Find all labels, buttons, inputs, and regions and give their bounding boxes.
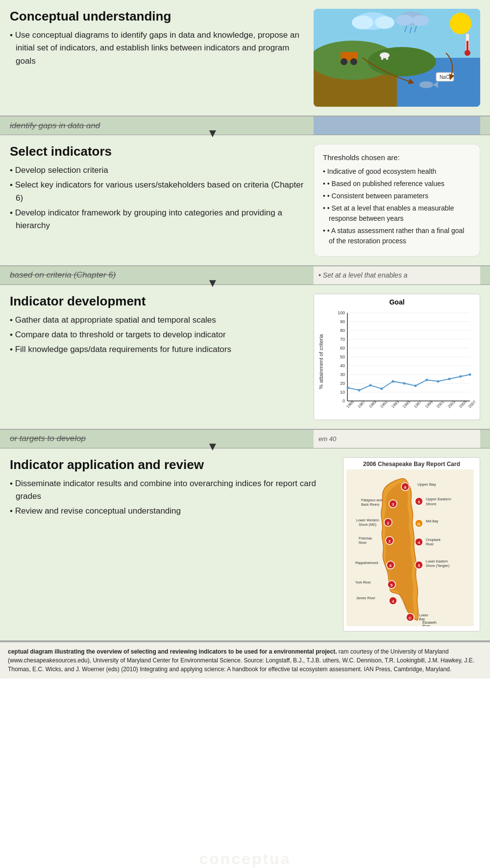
svg-text:3: 3: [392, 502, 394, 507]
arrow-1: ▼: [207, 126, 219, 140]
svg-point-65: [369, 384, 372, 386]
svg-point-74: [469, 373, 471, 375]
svg-text:Elizabeth: Elizabeth: [422, 621, 437, 624]
svg-text:Shore: Shore: [426, 502, 437, 506]
section3-chart: Goal % attainment of criteria 0 10 20 30…: [314, 294, 480, 420]
section2-box-bullet-1: Indicative of good ecosystem health: [323, 166, 471, 177]
section4-map: 2006 Chesapeake Bay Report Card 8 Upper …: [343, 457, 480, 632]
section3-bullet-2: Compare data to threshold or targets to …: [10, 328, 304, 341]
section-indicator-application: ▼ Indicator application and review Disse…: [0, 448, 490, 641]
svg-text:Upper Eastern: Upper Eastern: [426, 497, 451, 501]
svg-text:30: 30: [340, 372, 345, 377]
overlap-strip-3: or targets to develop em 40: [0, 430, 490, 448]
svg-text:C: C: [409, 616, 412, 620]
section4-bullets: Disseminate indicator results and combin…: [10, 477, 333, 518]
svg-text:5: 5: [418, 500, 420, 504]
svg-text:6: 6: [390, 563, 392, 568]
section4-text-block: Indicator application and review Dissemi…: [10, 457, 343, 520]
svg-text:Mid Bay: Mid Bay: [426, 519, 439, 523]
section4-bullet-2: Review and revise conceptual understandi…: [10, 505, 333, 517]
section2-box-bullet-2: • Based on published reference values: [323, 179, 471, 189]
section4-title: Indicator application and review: [10, 457, 333, 472]
svg-point-71: [437, 380, 440, 382]
svg-text:NaCl: NaCl: [440, 74, 450, 80]
section-select-indicators: ▼ Select indicators Develop selection cr…: [0, 135, 490, 266]
section1-bullet-1: Use conceptual diagrams to identify gaps…: [10, 29, 304, 68]
section3-bullet-3: Fill knowledge gaps/data requirements fo…: [10, 343, 304, 356]
section1-bullets: Use conceptual diagrams to identify gaps…: [10, 29, 304, 68]
svg-text:5: 5: [418, 563, 420, 568]
svg-point-23: [465, 50, 470, 56]
section2-text-block: Select indicators Develop selection crit…: [10, 144, 314, 235]
svg-text:Lower Eastern: Lower Eastern: [426, 560, 448, 563]
svg-point-10: [395, 15, 413, 25]
svg-point-69: [415, 384, 417, 387]
svg-text:D: D: [417, 522, 420, 526]
svg-text:50: 50: [340, 354, 345, 359]
section2-box-bullet-5: • A status assessment rather than a fina…: [323, 226, 471, 246]
svg-text:70: 70: [340, 337, 345, 342]
section2-bullet-2: Select key indicators for various users/…: [10, 179, 304, 205]
section2-box-intro: Thresholds chosen are:: [323, 152, 471, 164]
section2-title: Select indicators: [10, 144, 304, 159]
svg-text:Shore (Tangier): Shore (Tangier): [426, 564, 449, 568]
section2-box-bullet-3: • Consistent between parameters: [323, 191, 471, 201]
overlap1-left: identify gaps in data and: [10, 121, 314, 131]
svg-text:2: 2: [389, 539, 391, 543]
svg-text:10: 10: [340, 390, 345, 395]
svg-point-11: [412, 15, 429, 26]
svg-text:Upper Bay: Upper Bay: [417, 482, 436, 487]
svg-point-67: [392, 380, 394, 382]
svg-point-70: [426, 378, 428, 381]
svg-text:Lower Western: Lower Western: [356, 518, 379, 522]
svg-text:20: 20: [340, 381, 345, 386]
overlap2-left: based on criteria (Chapter 6): [10, 270, 314, 280]
overlap-strip-1: identify gaps in data and: [0, 117, 490, 135]
svg-text:Choptank: Choptank: [426, 538, 441, 542]
section4-bullet-1: Disseminate indicator results and combin…: [10, 477, 333, 503]
svg-text:York River: York River: [355, 581, 371, 584]
footer: ceptual diagram illustrating the overvie…: [0, 641, 490, 679]
watermark: conceptua: [0, 850, 490, 868]
svg-rect-19: [381, 56, 383, 60]
section2-bullet-3: Develop indicator framework by grouping …: [10, 207, 304, 233]
svg-text:River: River: [422, 624, 431, 626]
line-chart-svg: 0 10 20 30 40 50 60 70 80 90 100: [327, 308, 476, 416]
section3-text-block: Indicator development Gather data at app…: [10, 294, 314, 358]
section1-diagram: NaCl: [314, 9, 480, 107]
section2-bullet-1: Develop selection criteria: [10, 164, 304, 177]
svg-point-66: [381, 387, 383, 390]
eco-diagram-svg: NaCl: [314, 9, 480, 107]
svg-text:4: 4: [418, 540, 420, 545]
svg-text:8: 8: [404, 485, 407, 490]
chart-y-label: % attainment of criteria: [318, 308, 327, 416]
arrow-2: ▼: [207, 276, 219, 290]
section3-title: Indicator development: [10, 294, 304, 309]
svg-text:60: 60: [340, 346, 345, 351]
arrow-3: ▼: [207, 440, 219, 453]
svg-point-26: [419, 81, 433, 88]
section3-bullets: Gather data at appropriate spatial and t…: [10, 314, 304, 356]
section-indicator-development: ▼ Indicator development Gather data at a…: [0, 285, 490, 430]
overlap3-right: em 40: [314, 430, 480, 448]
overlap-strip-2: based on criteria (Chapter 6) • Set at a…: [0, 266, 490, 285]
svg-point-68: [403, 382, 406, 384]
svg-text:0: 0: [343, 399, 345, 403]
svg-text:4: 4: [392, 599, 394, 604]
svg-point-7: [352, 16, 373, 29]
section3-bullet-1: Gather data at appropriate spatial and t…: [10, 314, 304, 327]
overlap3-left: or targets to develop: [10, 434, 314, 444]
svg-point-5: [450, 13, 471, 34]
svg-text:Lower: Lower: [419, 613, 429, 617]
svg-point-17: [350, 58, 357, 65]
chart-area: % attainment of criteria 0 10 20 30 40 5…: [318, 308, 476, 416]
svg-text:River: River: [426, 542, 434, 546]
section1-title: Conceptual understanding: [10, 9, 304, 24]
chart-inner: 0 10 20 30 40 50 60 70 80 90 100: [327, 308, 476, 416]
chart-title: Goal: [318, 298, 476, 306]
overlap2-right: • Set at a level that enables a: [314, 266, 480, 285]
map-title: 2006 Chesapeake Bay Report Card: [346, 461, 477, 468]
svg-text:Rappahannock: Rappahannock: [355, 561, 379, 565]
svg-text:Back Rivers: Back Rivers: [361, 503, 380, 506]
svg-point-64: [358, 389, 361, 391]
